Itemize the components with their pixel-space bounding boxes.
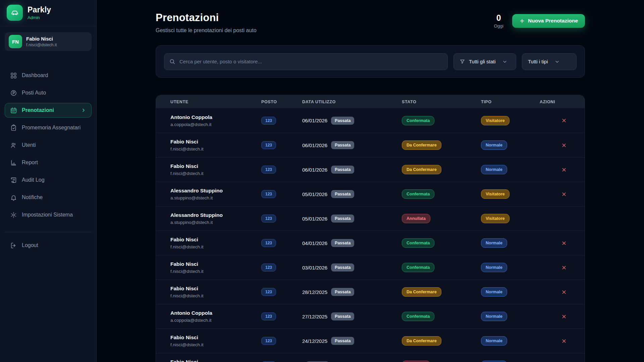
usage-date: 03/01/2026 [302,265,327,270]
type-badge: Normale [481,336,507,346]
search-input[interactable] [164,53,448,70]
logout-button[interactable]: Logout [5,238,92,253]
type-badge: Normale [481,361,507,362]
car-logo-icon [7,5,23,21]
row-user-email: f.nisci@dstech.it [170,293,261,298]
sidebar-item-report[interactable]: Report [5,155,92,170]
sidebar-item-impostazioni-sistema[interactable]: Impostazioni Sistema [5,207,92,222]
type-filter-select[interactable]: Tutti i tipi [522,53,577,70]
type-badge: Visitatore [481,189,509,199]
table-row: Fabio Nisci f.nisci@dstech.it 123 28/12/… [156,280,585,304]
main-area: Prenotazioni Gestisci tutte le prenotazi… [97,0,644,362]
sidebar-item-prenotazioni[interactable]: Prenotazioni [5,103,92,118]
row-user-name: Antonio Coppola [170,114,261,120]
user-name: Fabio Nisci [26,36,57,42]
parking-icon [10,89,17,97]
row-user-name: Fabio Nisci [170,163,261,169]
status-filter-value: Tutti gli stati [469,59,495,64]
usage-date: 27/12/2025 [302,314,327,319]
status-badge: Annullata [402,361,430,362]
logout-icon [10,242,17,249]
clipboard-check-icon [10,124,17,131]
calendar-icon [10,107,17,114]
row-user-email: f.nisci@dstech.it [170,146,261,152]
table-row: Antonio Coppola a.coppola@dstech.it 123 … [156,108,585,133]
posto-badge: 123 [261,166,276,174]
table-row: Fabio Nisci f.nisci@dstech.it 123 24/12/… [156,328,585,353]
new-booking-button[interactable]: Nuova Prenotazione [512,14,585,28]
status-badge: Confermata [402,263,434,272]
date-past-badge: Passata [331,337,354,345]
chevron-right-icon [81,108,86,113]
today-count: 0 [494,13,503,23]
new-booking-label: Nuova Prenotazione [528,18,578,24]
delete-booking-button[interactable] [561,338,585,344]
status-badge: Confermata [402,238,434,248]
date-past-badge: Passata [331,263,354,272]
app-role: Admin [28,15,51,20]
date-past-badge: Passata [331,190,354,198]
row-user-name: Fabio Nisci [170,335,261,341]
bookings-table: UtentePostoData UtilizzoStatoTipoAzioni … [156,95,585,362]
logout-label: Logout [22,242,38,248]
row-user-email: a.coppola@dstech.it [170,318,261,323]
user-email: f.nisci@dstech.it [26,43,57,47]
type-badge: Normale [481,165,507,174]
date-past-badge: Passata [331,141,354,149]
scroll-icon [10,177,17,184]
delete-booking-button[interactable] [561,314,585,319]
filter-funnel-icon [460,59,465,64]
table-row: Fabio Nisci f.nisci@dstech.it 123 Passat… [156,353,585,362]
row-user-email: f.nisci@dstech.it [170,171,261,176]
posto-badge: 123 [261,288,276,296]
delete-booking-button[interactable] [561,265,585,270]
posto-badge: 123 [261,263,276,272]
usage-date: 06/01/2026 [302,142,327,148]
delete-booking-button[interactable] [561,240,585,246]
row-user-email: f.nisci@dstech.it [170,244,261,249]
sidebar-item-promemoria-assegnatari[interactable]: Promemoria Assegnatari [5,120,92,135]
sidebar-item-dashboard[interactable]: Dashboard [5,68,92,83]
posto-badge: 123 [261,312,276,320]
posto-badge: 123 [261,239,276,247]
grid-icon [10,72,17,79]
delete-booking-button[interactable] [561,167,585,173]
delete-booking-button[interactable] [561,142,585,148]
chevron-down-icon [502,59,507,64]
delete-booking-button[interactable] [561,191,585,197]
sidebar-item-utenti[interactable]: Utenti [5,138,92,153]
chevron-down-icon [554,59,560,64]
row-user-email: f.nisci@dstech.it [170,342,261,347]
usage-date: 24/12/2025 [302,338,327,344]
posto-badge: 123 [261,337,276,345]
posto-badge: 123 [261,190,276,198]
status-badge: Confermata [402,312,434,321]
row-user-name: Fabio Nisci [170,359,261,362]
search-icon [169,58,175,65]
delete-booking-button[interactable] [561,289,585,295]
column-header-azioni: Azioni [540,100,585,104]
row-user-name: Alessandro Stuppino [170,188,261,194]
filter-bar: Tutti gli stati Tutti i tipi [156,45,585,78]
user-card[interactable]: FN Fabio Nisci f.nisci@dstech.it [5,32,92,51]
type-badge: Normale [481,263,507,272]
sidebar: Parkly Admin FN Fabio Nisci f.nisci@dste… [0,0,97,362]
bell-icon [10,194,17,201]
type-badge: Visitatore [481,116,509,125]
sidebar-item-posti-auto[interactable]: Posti Auto [5,85,92,100]
avatar: FN [9,35,22,48]
sidebar-item-audit-log[interactable]: Audit Log [5,173,92,187]
row-user-name: Fabio Nisci [170,237,261,243]
table-row: Alessandro Stuppino a.stuppino@dstech.it… [156,182,585,206]
users-icon [10,142,17,149]
row-user-name: Fabio Nisci [170,286,261,292]
status-badge: Confermata [402,116,434,125]
type-badge: Normale [481,140,507,150]
status-badge: Da Confermare [402,287,441,297]
sidebar-item-notifiche[interactable]: Notifiche [5,190,92,205]
status-filter-select[interactable]: Tutti gli stati [453,53,516,70]
column-header-stato: Stato [402,100,481,104]
bar-chart-icon [10,159,17,166]
delete-booking-button[interactable] [561,118,585,123]
status-badge: Da Confermare [402,336,441,346]
